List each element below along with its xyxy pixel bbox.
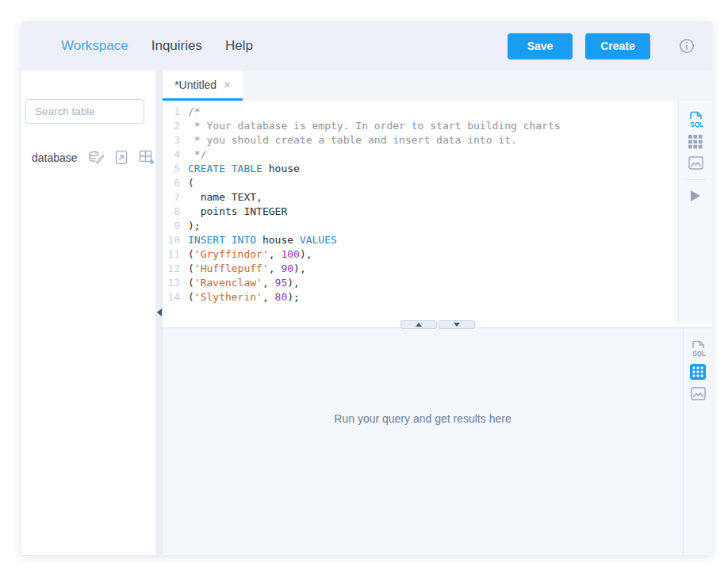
- sql-editor[interactable]: 1234567891011121314 /* * Your database i…: [163, 101, 678, 323]
- collapse-sidebar-icon[interactable]: [157, 308, 162, 316]
- results-area: Run your query and get results here: [163, 328, 683, 555]
- run-query-icon[interactable]: [690, 189, 701, 202]
- code-line: */: [188, 147, 561, 162]
- expand-down-button[interactable]: [439, 320, 475, 329]
- close-tab-icon[interactable]: ×: [224, 78, 231, 91]
- database-edit-icon[interactable]: [88, 151, 105, 165]
- main-column: *Untitled × 1234567891011121314 /* * You…: [163, 71, 712, 555]
- results-sql-view-icon[interactable]: SQL: [690, 339, 707, 357]
- nav-item-help[interactable]: Help: [225, 38, 253, 54]
- app-window: Workspace Inquiries Help Save Create dat: [21, 21, 712, 555]
- nav-item-inquiries[interactable]: Inquiries: [151, 38, 202, 54]
- info-icon[interactable]: [679, 38, 695, 54]
- editor-pane: 1234567891011121314 /* * Your database i…: [163, 101, 712, 323]
- results-toolbar: SQL: [683, 328, 712, 555]
- code-line: INSERT INTO house VALUES: [188, 233, 561, 247]
- chart-view-icon[interactable]: [688, 156, 703, 170]
- database-row: database: [32, 150, 156, 165]
- table-add-icon[interactable]: [139, 150, 155, 165]
- results-placeholder-text: Run your query and get results here: [334, 412, 511, 555]
- line-numbers: 1234567891011121314: [163, 105, 180, 323]
- code-line: (: [188, 176, 561, 190]
- main-nav: Workspace Inquiries Help: [61, 38, 253, 54]
- code-line: );: [188, 219, 561, 233]
- search-table-input[interactable]: [25, 99, 144, 124]
- save-button[interactable]: Save: [508, 33, 573, 59]
- top-nav-bar: Workspace Inquiries Help Save Create: [21, 21, 712, 71]
- app-body: database: [21, 71, 712, 555]
- toolbar-divider: [684, 179, 707, 180]
- code-line: * Your database is empty. In order to st…: [188, 119, 561, 133]
- code-content: /* * Your database is empty. In order to…: [188, 105, 561, 323]
- code-line: ('Ravenclaw', 95),: [188, 276, 561, 290]
- results-chart-view-icon[interactable]: [691, 387, 706, 400]
- tab-label: *Untitled: [174, 78, 216, 91]
- sql-view-icon[interactable]: SQL: [688, 109, 704, 128]
- header-actions: Save Create: [508, 33, 695, 59]
- horizontal-splitter[interactable]: [163, 323, 712, 328]
- results-pane: Run your query and get results here SQL: [163, 328, 712, 555]
- database-label: database: [32, 151, 78, 164]
- sidebar: database: [21, 71, 156, 555]
- code-line: ('Hufflepuff', 90),: [188, 262, 561, 276]
- up-triangle-icon: [416, 323, 422, 327]
- results-table-view-icon[interactable]: [690, 364, 706, 380]
- expand-up-button[interactable]: [400, 320, 437, 329]
- sql-icon-label: SQL: [692, 350, 706, 357]
- editor-toolbar: SQL: [678, 101, 712, 323]
- code-line: /*: [188, 105, 561, 119]
- file-import-icon[interactable]: [115, 150, 128, 165]
- down-triangle-icon: [454, 323, 460, 327]
- code-line: name TEXT,: [188, 190, 561, 205]
- code-line: * you should create a table and insert d…: [188, 133, 561, 147]
- nav-item-workspace[interactable]: Workspace: [61, 38, 128, 54]
- table-view-icon[interactable]: [688, 135, 703, 149]
- code-line: CREATE TABLE house: [188, 162, 561, 176]
- tab-bar: *Untitled ×: [163, 71, 712, 101]
- create-button[interactable]: Create: [585, 33, 650, 59]
- code-line: ('Slytherin', 80);: [188, 290, 561, 304]
- sql-icon-label: SQL: [690, 121, 703, 128]
- code-line: points INTEGER: [188, 205, 561, 219]
- code-line: ('Gryffindor', 100),: [188, 247, 561, 262]
- vertical-splitter[interactable]: [156, 71, 163, 555]
- tab-untitled[interactable]: *Untitled ×: [163, 71, 243, 101]
